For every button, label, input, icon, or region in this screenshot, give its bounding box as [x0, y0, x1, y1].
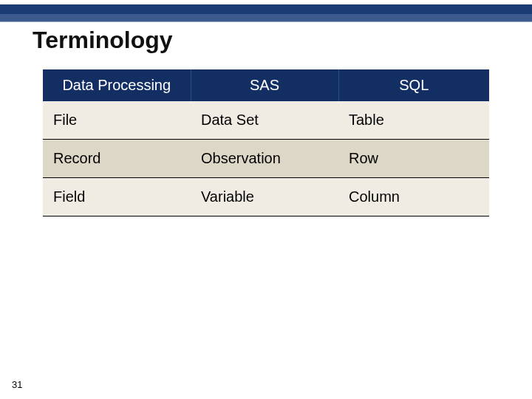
table-cell: Observation	[191, 140, 338, 178]
page-number: 31	[12, 379, 22, 390]
table-row: Field Variable Column	[43, 178, 489, 216]
top-accent-band	[0, 4, 532, 22]
table-cell: Row	[338, 140, 489, 178]
table-header-cell: SAS	[191, 69, 338, 101]
table-cell: File	[43, 101, 191, 140]
table-row: Record Observation Row	[43, 140, 489, 178]
table-cell: Column	[338, 178, 489, 216]
table-cell: Table	[338, 101, 489, 140]
slide-title: Terminology	[33, 27, 173, 54]
table-cell: Record	[43, 140, 191, 178]
table-header-cell: SQL	[338, 69, 489, 101]
table-cell: Data Set	[191, 101, 338, 140]
table-header-row: Data Processing SAS SQL	[43, 69, 489, 101]
table-header-cell: Data Processing	[43, 69, 191, 101]
terminology-table: Data Processing SAS SQL File Data Set Ta…	[43, 69, 489, 216]
table-cell: Variable	[191, 178, 338, 216]
table-row: File Data Set Table	[43, 101, 489, 140]
table-cell: Field	[43, 178, 191, 216]
